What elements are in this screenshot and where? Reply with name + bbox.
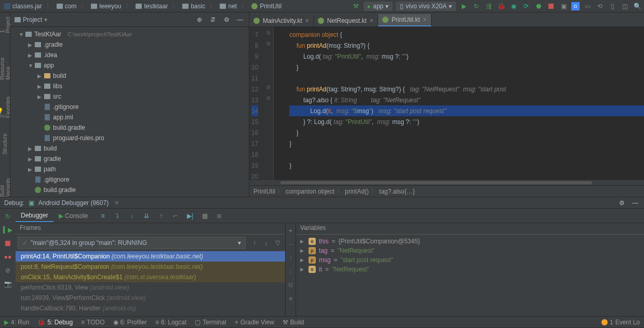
stop-icon[interactable]: [546, 2, 556, 11]
line-number[interactable]: 12: [251, 84, 258, 94]
variable-row[interactable]: ▶othis = {PrintUtil$Companion@5345}: [298, 237, 642, 246]
fold-mark[interactable]: [263, 103, 273, 114]
more-icon[interactable]: »: [286, 294, 296, 303]
expand-arrow-icon[interactable]: ▶: [300, 267, 305, 272]
code-line[interactable]: companion object {: [289, 29, 644, 40]
line-number[interactable]: 19: [251, 160, 258, 171]
fold-mark[interactable]: ⊟: [263, 38, 273, 49]
gradle-tool-button[interactable]: +Gradle View: [235, 319, 274, 326]
fold-mark[interactable]: [263, 60, 273, 71]
breadcrumb-item[interactable]: basic: [180, 3, 207, 10]
tree-item[interactable]: ▶.gradle: [10, 39, 249, 50]
resume-icon[interactable]: ▍▶: [3, 225, 12, 235]
expand-arrow-icon[interactable]: ▶: [300, 248, 305, 253]
code-line[interactable]: fun printAd(tag: String?, msg: String?) …: [289, 84, 644, 94]
profile-icon[interactable]: ◉: [509, 2, 518, 11]
editor-tab[interactable]: NetRequest.kt×: [314, 15, 378, 26]
expand-arrow-icon[interactable]: ▶: [300, 257, 305, 263]
device-dropdown[interactable]: ▯ vivo vivo X20A ▾: [396, 2, 456, 11]
breadcrumb-item[interactable]: com: [55, 3, 79, 10]
frame-row[interactable]: run:24939, View$PerformClick (android.vi…: [16, 293, 285, 303]
breakpoints-icon[interactable]: ●●: [3, 252, 12, 262]
target-icon[interactable]: ⊕: [195, 15, 204, 24]
code-line[interactable]: Log.d( tag: "PrintUtil", msg: msg ?: ""): [289, 51, 644, 62]
layout-icon[interactable]: ▭: [583, 2, 592, 11]
line-number[interactable]: 15: [251, 116, 258, 127]
fold-mark[interactable]: ⊟: [263, 92, 273, 103]
tree-item[interactable]: build.gradle: [10, 122, 249, 133]
step-out-icon[interactable]: ↑: [156, 211, 166, 221]
tree-item[interactable]: ▶src: [10, 91, 249, 102]
code-content[interactable]: companion object { fun printAd(msg: Stri…: [274, 27, 644, 180]
fold-mark[interactable]: [263, 169, 273, 180]
run-config-dropdown[interactable]: ▸ app ▾: [364, 2, 393, 11]
step-into-icon[interactable]: ↓: [127, 211, 137, 221]
frame-row[interactable]: onClick:15, MainActivity$onCreate$1 (com…: [16, 272, 285, 282]
breadcrumb-item[interactable]: PrintUtil: [249, 3, 284, 10]
close-icon[interactable]: ×: [115, 199, 118, 207]
project-tool-button[interactable]: 1: Project: [0, 15, 11, 33]
minimize-icon[interactable]: —: [235, 15, 245, 24]
misc-icon[interactable]: ⬣: [534, 2, 543, 11]
breadcrumb-item[interactable]: leeeyou: [89, 3, 123, 10]
fold-mark[interactable]: [263, 136, 273, 147]
line-number[interactable]: 14: [251, 105, 258, 116]
frame-row[interactable]: handleCallback:790, Handler (android.os): [16, 303, 285, 313]
debug-icon[interactable]: ⇶: [484, 2, 493, 11]
search-icon[interactable]: 🔍: [633, 2, 642, 11]
collapse-icon[interactable]: ⇵: [208, 15, 218, 24]
line-number[interactable]: 8: [251, 40, 258, 51]
fold-mark[interactable]: [263, 49, 273, 60]
build-tool-button[interactable]: ⚒Build: [283, 319, 304, 326]
code-line[interactable]: }: [289, 127, 644, 138]
thread-dropdown[interactable]: ✓ "main"@5,324 in group "main": RUNNING …: [18, 237, 246, 249]
fold-mark[interactable]: ⊟: [263, 81, 273, 92]
code-line[interactable]: }: [289, 62, 644, 73]
avd-icon[interactable]: ▯: [608, 2, 617, 11]
debug-tool-button[interactable]: 🐞5: Debug: [37, 319, 73, 326]
code-line[interactable]: [289, 149, 644, 160]
frame-row[interactable]: post:8, NetRequest$Companion (com.leeeyo…: [16, 262, 285, 272]
logcat-tool-button[interactable]: ≡6: Logcat: [155, 319, 186, 326]
tree-item[interactable]: ▶path: [10, 164, 249, 174]
tree-item[interactable]: build.gradle: [10, 185, 249, 195]
code-line[interactable]: 💡 Log.d(it, msg: "$msg") msg: "start pos…: [289, 105, 644, 116]
code-line[interactable]: }: [289, 138, 644, 149]
hammer-icon[interactable]: ⚒: [351, 2, 360, 11]
translate-icon[interactable]: G: [571, 2, 580, 10]
close-icon[interactable]: ×: [305, 17, 309, 24]
fold-mark[interactable]: [263, 71, 273, 81]
tree-item[interactable]: .gitignore: [10, 102, 249, 112]
step-over-icon[interactable]: ⤵: [113, 211, 122, 221]
code-line[interactable]: [289, 73, 644, 84]
prev-frame-icon[interactable]: ↑: [250, 238, 259, 248]
fold-mark[interactable]: [263, 158, 273, 169]
add-watch-icon[interactable]: +: [286, 226, 296, 236]
fold-mark[interactable]: [263, 125, 273, 136]
close-icon[interactable]: ×: [423, 16, 427, 23]
resource-manager-tool-button[interactable]: Resource Mana: [0, 49, 11, 79]
sync-icon[interactable]: ⟲: [595, 2, 605, 11]
variable-row[interactable]: ▶pmsg = "start post request": [298, 255, 642, 265]
close-icon[interactable]: ×: [370, 17, 373, 24]
remove-watch-icon[interactable]: −: [286, 240, 296, 249]
variable-row[interactable]: ▶oit = "NetRequest": [298, 265, 642, 274]
code-line[interactable]: }: [289, 160, 644, 171]
variable-row[interactable]: ▶ptag = "NetRequest": [298, 246, 642, 255]
nav-crumb-item[interactable]: printAd(): [345, 188, 369, 195]
code-line[interactable]: [289, 171, 644, 180]
tree-item[interactable]: .gitignore: [10, 174, 249, 185]
tree-item[interactable]: ▶libs: [10, 81, 249, 91]
debugger-tab[interactable]: Debugger: [16, 210, 53, 222]
structure-tool-button[interactable]: Structure: [2, 133, 8, 155]
frame-row[interactable]: printAd:14, PrintUtil$Companion (com.lee…: [16, 251, 285, 262]
line-number[interactable]: 17: [251, 138, 258, 149]
line-number[interactable]: 10: [251, 62, 258, 73]
minimize-icon[interactable]: —: [630, 198, 640, 208]
debug-session[interactable]: Android Debugger (8607): [38, 199, 109, 207]
tree-root[interactable]: ▼ TestKtAar C:\work\project\TestKtAar: [10, 29, 249, 39]
tree-item[interactable]: ▶.idea: [10, 50, 249, 60]
project-panel-title[interactable]: Project: [23, 16, 42, 23]
line-number[interactable]: 18: [251, 149, 258, 160]
camera-icon[interactable]: 📷: [3, 279, 12, 289]
